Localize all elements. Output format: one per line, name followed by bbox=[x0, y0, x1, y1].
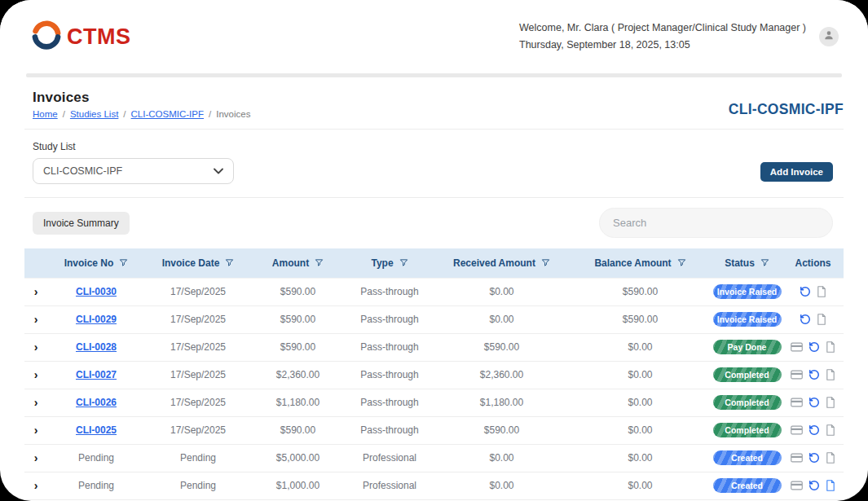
history-icon[interactable] bbox=[800, 286, 811, 297]
cell-value: $1,180.00 bbox=[276, 397, 319, 408]
table-row: ›CLI-002517/Sep/2025$590.00Pass-through$… bbox=[24, 416, 844, 444]
cell-value: Pass-through bbox=[360, 369, 418, 380]
document-icon[interactable] bbox=[826, 341, 835, 353]
cell-invoice-date: 17/Sep/2025 bbox=[145, 305, 251, 333]
payment-card-icon[interactable] bbox=[791, 425, 803, 435]
history-icon[interactable] bbox=[809, 452, 820, 464]
invoice-link[interactable]: CLI-0025 bbox=[76, 424, 117, 436]
payment-card-icon[interactable] bbox=[791, 481, 803, 490]
breadcrumb-item-home[interactable]: Home bbox=[33, 109, 58, 119]
expand-row-icon[interactable]: › bbox=[34, 397, 38, 408]
filter-icon[interactable] bbox=[225, 258, 234, 267]
search-input[interactable] bbox=[599, 208, 833, 238]
user-avatar-button[interactable] bbox=[819, 27, 839, 46]
filter-icon[interactable] bbox=[760, 258, 769, 267]
invoice-link[interactable]: CLI-0027 bbox=[76, 369, 117, 380]
cell-actions bbox=[782, 444, 844, 472]
filter-icon[interactable] bbox=[315, 258, 324, 267]
welcome-line-1: Welcome, Mr. Clara ( Project Manager/Cli… bbox=[519, 20, 806, 37]
cell-expand: › bbox=[24, 305, 47, 333]
study-list-select[interactable]: CLI-COSMIC-IPF bbox=[33, 158, 234, 184]
cell-value: $0.00 bbox=[628, 452, 652, 464]
breadcrumb-item-studies-list[interactable]: Studies List bbox=[70, 109, 118, 119]
cell-received-amount: $2,360.00 bbox=[434, 361, 569, 389]
history-icon[interactable] bbox=[800, 314, 811, 325]
column-label: Received Amount bbox=[453, 257, 535, 269]
document-icon[interactable] bbox=[817, 314, 826, 325]
expand-row-icon[interactable]: › bbox=[34, 480, 38, 491]
cell-value: $0.00 bbox=[489, 480, 513, 491]
cell-actions bbox=[782, 361, 844, 389]
expand-row-icon[interactable]: › bbox=[34, 452, 38, 464]
history-icon[interactable] bbox=[809, 369, 820, 380]
cell-type: Pass-through bbox=[345, 361, 434, 389]
document-icon[interactable] bbox=[826, 452, 835, 464]
status-badge: Invoice Raised bbox=[713, 312, 782, 327]
expand-row-icon[interactable]: › bbox=[34, 369, 38, 380]
column-label: Invoice Date bbox=[162, 257, 220, 269]
invoice-pending-text: Pending bbox=[78, 452, 114, 464]
cell-type: Pass-through bbox=[345, 416, 434, 444]
document-icon[interactable] bbox=[826, 397, 835, 408]
invoice-link[interactable]: CLI-0026 bbox=[76, 397, 117, 408]
cell-value: 17/Sep/2025 bbox=[170, 314, 226, 325]
breadcrumb-separator: / bbox=[209, 109, 211, 119]
cell-balance-amount: $0.00 bbox=[569, 444, 712, 472]
invoice-link[interactable]: CLI-0028 bbox=[76, 341, 117, 353]
expand-row-icon[interactable]: › bbox=[34, 341, 38, 353]
cell-type: Professional bbox=[345, 472, 434, 499]
breadcrumb-item-cli-cosmic-ipf[interactable]: CLI-COSMIC-IPF bbox=[131, 109, 204, 119]
add-invoice-button[interactable]: Add Invoice bbox=[760, 162, 833, 182]
cell-invoice-no: CLI-0025 bbox=[47, 416, 145, 444]
payment-card-icon[interactable] bbox=[791, 342, 803, 352]
status-badge: Completed bbox=[713, 423, 782, 437]
filter-icon[interactable] bbox=[541, 258, 550, 267]
column-header-balance-amount: Balance Amount bbox=[569, 248, 712, 278]
cell-value: $590.00 bbox=[623, 314, 658, 325]
table-row: ›CLI-002917/Sep/2025$590.00Pass-through$… bbox=[24, 305, 844, 333]
payment-card-icon[interactable] bbox=[791, 453, 803, 463]
filter-icon[interactable] bbox=[119, 258, 128, 267]
document-icon[interactable] bbox=[826, 369, 835, 380]
invoice-link[interactable]: CLI-0029 bbox=[76, 314, 117, 325]
history-icon[interactable] bbox=[809, 341, 820, 353]
cell-actions bbox=[782, 389, 844, 416]
cell-value: $590.00 bbox=[623, 286, 658, 297]
ctms-logo[interactable]: CTMS bbox=[31, 20, 131, 54]
history-icon[interactable] bbox=[809, 424, 820, 436]
title-row: Invoices Home/Studies List/CLI-COSMIC-IP… bbox=[0, 77, 868, 129]
column-label: Status bbox=[725, 257, 755, 269]
cell-invoice-date: 17/Sep/2025 bbox=[145, 361, 251, 389]
history-icon[interactable] bbox=[809, 480, 820, 491]
cell-expand: › bbox=[24, 278, 47, 305]
document-icon[interactable] bbox=[826, 480, 835, 491]
document-icon[interactable] bbox=[826, 424, 835, 436]
document-icon[interactable] bbox=[817, 286, 826, 297]
expand-row-icon[interactable]: › bbox=[34, 314, 38, 325]
cell-value: Pass-through bbox=[360, 314, 418, 325]
top-bar: CTMS Welcome, Mr. Clara ( Project Manage… bbox=[0, 0, 868, 73]
history-icon[interactable] bbox=[809, 397, 820, 408]
cell-invoice-no: CLI-0030 bbox=[47, 278, 145, 305]
column-header-received-amount: Received Amount bbox=[434, 248, 569, 278]
cell-expand: › bbox=[24, 389, 47, 416]
filter-icon[interactable] bbox=[399, 258, 408, 267]
expand-row-icon[interactable]: › bbox=[34, 424, 38, 436]
cell-received-amount: $1,180.00 bbox=[434, 389, 569, 416]
controls-row: Study List CLI-COSMIC-IPF Add Invoice bbox=[0, 130, 868, 197]
cell-status: Completed bbox=[712, 416, 782, 444]
cell-status: Pay Done bbox=[712, 333, 782, 361]
column-header-invoice-date: Invoice Date bbox=[145, 248, 251, 278]
filter-icon[interactable] bbox=[677, 258, 686, 267]
breadcrumb: Home/Studies List/CLI-COSMIC-IPF/Invoice… bbox=[33, 109, 250, 119]
column-label: Amount bbox=[272, 257, 309, 269]
invoice-link[interactable]: CLI-0030 bbox=[76, 286, 117, 297]
status-badge: Pay Done bbox=[713, 340, 782, 354]
cell-value: $0.00 bbox=[628, 369, 652, 380]
invoice-summary-button[interactable]: Invoice Summary bbox=[33, 212, 130, 235]
payment-card-icon[interactable] bbox=[791, 370, 803, 380]
cell-actions bbox=[782, 472, 844, 499]
expand-row-icon[interactable]: › bbox=[34, 286, 38, 297]
status-badge: Invoice Raised bbox=[713, 284, 782, 299]
payment-card-icon[interactable] bbox=[791, 398, 803, 407]
